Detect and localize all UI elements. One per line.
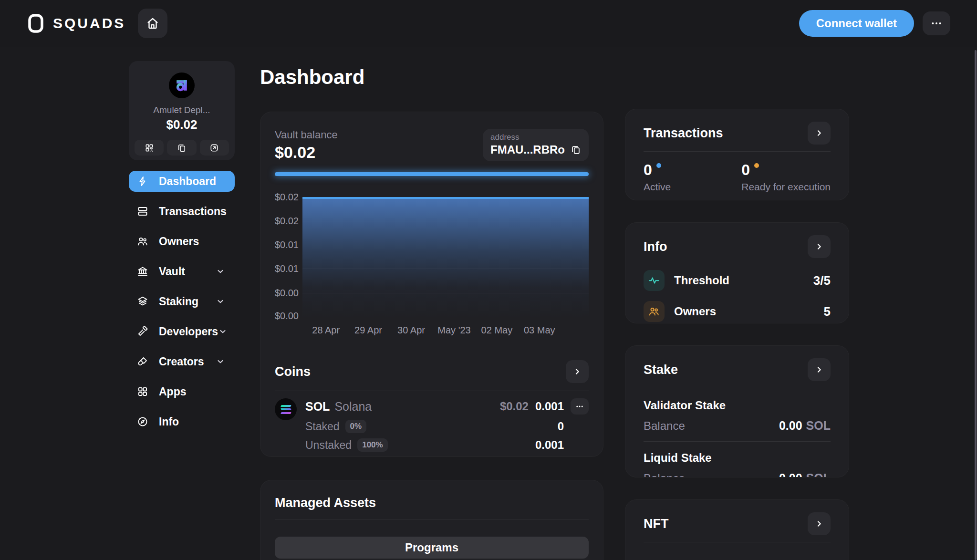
sidebar-item-dashboard[interactable]: Dashboard	[129, 171, 235, 192]
home-icon	[146, 16, 160, 31]
stake-expand-button[interactable]	[808, 358, 831, 381]
solana-icon	[275, 398, 297, 420]
squad-balance: $0.02	[135, 117, 229, 132]
sidebar-item-creators[interactable]: Creators	[129, 351, 235, 372]
chart-y-axis: $0.02 $0.02 $0.01 $0.01 $0.00 $0.00	[275, 195, 302, 317]
topbar-more-button[interactable]	[923, 11, 950, 35]
open-explorer-button[interactable]	[200, 140, 229, 156]
squad-card: Amulet Depl... $0.02	[129, 61, 235, 160]
threshold-row: Threshold 3/5	[644, 265, 831, 296]
vault-balance-label: Vault balance	[275, 129, 338, 141]
info-card: Info Threshold 3/5	[625, 222, 849, 323]
nft-expand-button[interactable]	[808, 512, 831, 535]
chart-x-axis: 28 Apr 29 Apr 30 Apr May '23 02 May 03 M…	[302, 317, 589, 338]
balance-label: Balance	[644, 472, 685, 478]
coin-more-button[interactable]	[571, 398, 589, 415]
page-scrollbar[interactable]	[975, 50, 977, 560]
sidebar-item-developers[interactable]: Developers	[129, 321, 235, 342]
brush-icon	[137, 356, 148, 367]
active-transactions-stat: 0 Active	[644, 162, 722, 193]
info-title: Info	[644, 239, 667, 254]
copy-address-button[interactable]	[167, 140, 196, 156]
liquid-stake-title: Liquid Stake	[644, 451, 831, 465]
coin-symbol: SOL	[305, 400, 330, 414]
chevron-right-icon	[814, 365, 824, 374]
layers-icon	[137, 296, 148, 307]
chevron-right-icon	[814, 242, 824, 251]
connect-wallet-button[interactable]: Connect wallet	[799, 10, 914, 37]
managed-assets-card: Managed Assets Programs	[260, 480, 603, 560]
squads-logo-icon	[26, 13, 45, 33]
home-button[interactable]	[138, 9, 167, 38]
y-tick: $0.01	[275, 263, 299, 274]
allocation-bar	[275, 172, 589, 176]
top-bar: SQUADS Connect wallet	[0, 0, 977, 47]
compass-icon	[137, 416, 148, 427]
address-value: FMAU...RBRo	[490, 143, 565, 156]
staked-value: 0	[558, 420, 564, 433]
y-tick: $0.01	[275, 239, 299, 250]
vault-balance-chart: $0.02 $0.02 $0.01 $0.01 $0.00 $0.00	[275, 195, 589, 317]
staked-label: Staked	[305, 420, 340, 433]
nav-label: Creators	[159, 355, 204, 368]
owners-value: 5	[824, 304, 831, 319]
hammer-icon	[137, 326, 148, 337]
sidebar-item-owners[interactable]: Owners	[129, 231, 235, 252]
active-status-dot	[656, 163, 661, 168]
chevron-down-icon	[216, 267, 225, 276]
copy-icon[interactable]	[571, 145, 581, 155]
squad-actions	[135, 140, 229, 156]
sidebar-item-staking[interactable]: Staking	[129, 291, 235, 312]
chart-plot-area	[302, 195, 589, 317]
programs-button[interactable]: Programs	[275, 537, 589, 559]
transactions-expand-button[interactable]	[808, 122, 831, 145]
vault-balance: Vault balance $0.02	[275, 129, 338, 162]
nav-label: Staking	[159, 295, 198, 308]
right-column: Transactions 0 Active	[625, 61, 849, 560]
x-tick: 02 May	[481, 325, 513, 336]
staked-pct-badge: 0%	[345, 420, 367, 433]
main-column: Dashboard Vault balance $0.02 address FM…	[260, 61, 603, 560]
nav-label: Transactions	[159, 205, 227, 218]
content-area: Amulet Depl... $0.02	[0, 47, 977, 560]
coins-title: Coins	[275, 364, 311, 379]
topbar-actions: Connect wallet	[799, 10, 950, 37]
chevron-down-icon	[218, 327, 228, 336]
ready-count: 0	[741, 162, 750, 177]
pulse-icon	[644, 270, 665, 291]
sidebar-item-apps[interactable]: Apps	[129, 381, 235, 402]
coin-name: Solana	[334, 400, 372, 414]
squad-name: Amulet Depl...	[135, 105, 229, 115]
page-title: Dashboard	[260, 64, 603, 91]
stake-title: Stake	[644, 363, 678, 377]
active-count: 0	[644, 162, 652, 177]
address-label: address	[490, 133, 581, 142]
sidebar: Amulet Depl... $0.02	[129, 61, 235, 441]
y-tick: $0.00	[275, 287, 299, 298]
balance-label: Balance	[644, 419, 685, 433]
coins-expand-button[interactable]	[566, 360, 589, 383]
ellipsis-icon	[575, 402, 584, 411]
external-link-icon	[209, 143, 219, 153]
sidebar-item-transactions[interactable]: Transactions	[129, 201, 235, 222]
transactions-title: Transactions	[644, 126, 723, 141]
people-icon	[644, 301, 665, 322]
managed-assets-title: Managed Assets	[275, 496, 376, 510]
threshold-label: Threshold	[674, 274, 729, 287]
nav-label: Dashboard	[159, 175, 216, 188]
chevron-right-icon	[572, 367, 582, 376]
validator-stake-balance: 0.00SOL	[779, 419, 831, 433]
brand: SQUADS	[26, 13, 125, 33]
liquid-stake-section: Liquid Stake Balance 0.00SOL	[644, 442, 831, 477]
transactions-card: Transactions 0 Active	[625, 109, 849, 200]
info-expand-button[interactable]	[808, 235, 831, 258]
lightning-icon	[137, 176, 148, 187]
stake-card: Stake Validator Stake Balance 0.00SOL Li…	[625, 345, 849, 477]
address-chip[interactable]: address FMAU...RBRo	[483, 129, 589, 161]
coin-usd-value: $0.02	[500, 400, 529, 413]
brand-name: SQUADS	[53, 15, 125, 31]
sidebar-item-vault[interactable]: Vault	[129, 261, 235, 282]
qr-code-button[interactable]	[135, 140, 164, 156]
sidebar-item-info[interactable]: Info	[129, 411, 235, 432]
nav-label: Apps	[159, 385, 187, 398]
